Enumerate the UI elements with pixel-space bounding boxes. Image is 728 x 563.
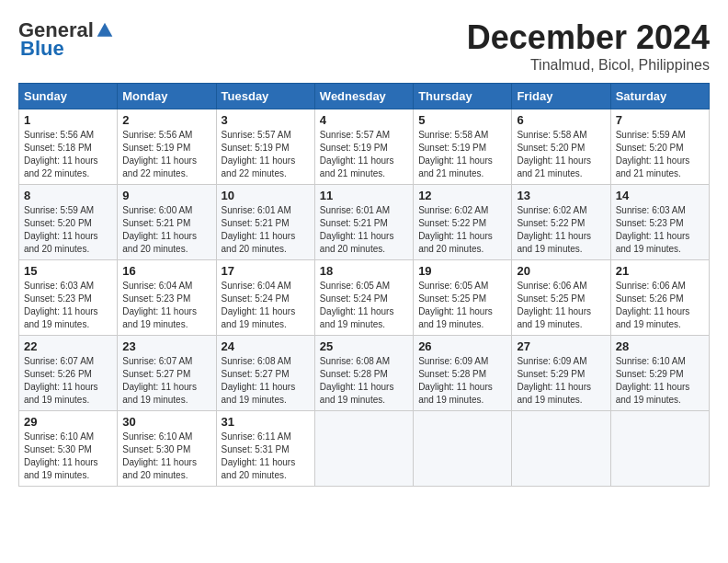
day-info: Sunrise: 5:58 AM Sunset: 5:20 PM Dayligh… (517, 130, 591, 178)
day-number: 30 (122, 415, 210, 429)
day-info: Sunrise: 6:09 AM Sunset: 5:29 PM Dayligh… (517, 356, 591, 405)
day-info: Sunrise: 6:01 AM Sunset: 5:21 PM Dayligh… (320, 205, 394, 254)
day-number: 15 (24, 264, 112, 278)
calendar-cell (314, 411, 413, 487)
calendar-week-row: 22Sunrise: 6:07 AM Sunset: 5:26 PM Dayli… (19, 336, 710, 411)
day-info: Sunrise: 6:09 AM Sunset: 5:28 PM Dayligh… (418, 356, 493, 405)
calendar-cell: 16Sunrise: 6:04 AM Sunset: 5:23 PM Dayli… (118, 260, 216, 336)
day-number: 21 (616, 264, 704, 278)
calendar-cell: 17Sunrise: 6:04 AM Sunset: 5:24 PM Dayli… (216, 260, 314, 336)
day-number: 18 (320, 264, 408, 278)
day-number: 6 (517, 113, 605, 127)
calendar-cell: 27Sunrise: 6:09 AM Sunset: 5:29 PM Dayli… (512, 336, 610, 411)
calendar-cell: 28Sunrise: 6:10 AM Sunset: 5:29 PM Dayli… (610, 336, 709, 411)
calendar-cell: 3Sunrise: 5:57 AM Sunset: 5:19 PM Daylig… (216, 109, 314, 185)
day-number: 25 (320, 339, 408, 353)
day-info: Sunrise: 5:59 AM Sunset: 5:20 PM Dayligh… (616, 130, 690, 178)
day-number: 13 (517, 189, 605, 202)
calendar-cell (414, 411, 512, 487)
calendar-cell: 13Sunrise: 6:02 AM Sunset: 5:22 PM Dayli… (512, 185, 610, 260)
weekday-header-friday: Friday (512, 84, 610, 109)
day-info: Sunrise: 6:06 AM Sunset: 5:26 PM Dayligh… (616, 281, 690, 329)
calendar-cell: 11Sunrise: 6:01 AM Sunset: 5:21 PM Dayli… (314, 185, 413, 260)
day-info: Sunrise: 5:56 AM Sunset: 5:18 PM Dayligh… (24, 130, 98, 178)
day-number: 23 (122, 339, 210, 353)
day-number: 31 (222, 415, 310, 429)
day-number: 17 (222, 264, 310, 278)
day-number: 11 (320, 189, 408, 202)
calendar-cell: 20Sunrise: 6:06 AM Sunset: 5:25 PM Dayli… (512, 260, 610, 336)
calendar-cell: 19Sunrise: 6:05 AM Sunset: 5:25 PM Dayli… (414, 260, 512, 336)
calendar-cell (610, 411, 709, 487)
day-info: Sunrise: 6:04 AM Sunset: 5:24 PM Dayligh… (222, 281, 296, 329)
day-number: 7 (616, 113, 704, 127)
day-number: 16 (122, 264, 210, 278)
day-number: 19 (418, 264, 506, 278)
day-number: 3 (222, 113, 310, 127)
calendar-cell: 2Sunrise: 5:56 AM Sunset: 5:19 PM Daylig… (118, 109, 216, 185)
calendar-cell: 26Sunrise: 6:09 AM Sunset: 5:28 PM Dayli… (414, 336, 512, 411)
day-info: Sunrise: 5:56 AM Sunset: 5:19 PM Dayligh… (122, 130, 197, 178)
day-info: Sunrise: 6:03 AM Sunset: 5:23 PM Dayligh… (616, 205, 690, 254)
calendar-cell (512, 411, 610, 487)
day-info: Sunrise: 6:10 AM Sunset: 5:30 PM Dayligh… (122, 431, 197, 480)
day-number: 26 (418, 339, 506, 353)
day-info: Sunrise: 6:00 AM Sunset: 5:21 PM Dayligh… (122, 205, 197, 254)
day-info: Sunrise: 5:58 AM Sunset: 5:19 PM Dayligh… (418, 130, 493, 178)
calendar-cell: 7Sunrise: 5:59 AM Sunset: 5:20 PM Daylig… (610, 109, 709, 185)
day-number: 12 (418, 189, 506, 202)
day-info: Sunrise: 6:02 AM Sunset: 5:22 PM Dayligh… (418, 205, 493, 254)
calendar-cell: 15Sunrise: 6:03 AM Sunset: 5:23 PM Dayli… (19, 260, 118, 336)
logo-icon (96, 21, 114, 40)
calendar-header: SundayMondayTuesdayWednesdayThursdayFrid… (19, 84, 710, 109)
day-number: 29 (24, 415, 112, 429)
calendar-cell: 22Sunrise: 6:07 AM Sunset: 5:26 PM Dayli… (19, 336, 118, 411)
location-title: Tinalmud, Bicol, Philippines (467, 57, 710, 74)
calendar-cell: 25Sunrise: 6:08 AM Sunset: 5:28 PM Dayli… (314, 336, 413, 411)
title-block: December 2024 Tinalmud, Bicol, Philippin… (467, 18, 710, 74)
weekday-header-tuesday: Tuesday (216, 84, 314, 109)
day-number: 1 (24, 113, 112, 127)
calendar-cell: 10Sunrise: 6:01 AM Sunset: 5:21 PM Dayli… (216, 185, 314, 260)
day-number: 4 (320, 113, 408, 127)
day-info: Sunrise: 5:59 AM Sunset: 5:20 PM Dayligh… (24, 205, 98, 254)
svg-marker-0 (97, 23, 113, 37)
day-number: 24 (222, 339, 310, 353)
calendar-cell: 4Sunrise: 5:57 AM Sunset: 5:19 PM Daylig… (314, 109, 413, 185)
calendar-cell: 5Sunrise: 5:58 AM Sunset: 5:19 PM Daylig… (414, 109, 512, 185)
day-number: 20 (517, 264, 605, 278)
day-number: 28 (616, 339, 704, 353)
calendar-cell: 6Sunrise: 5:58 AM Sunset: 5:20 PM Daylig… (512, 109, 610, 185)
weekday-header-sunday: Sunday (19, 84, 118, 109)
day-number: 9 (122, 189, 210, 202)
day-number: 22 (24, 339, 112, 353)
day-number: 27 (517, 339, 605, 353)
day-info: Sunrise: 5:57 AM Sunset: 5:19 PM Dayligh… (222, 130, 296, 178)
calendar-cell: 21Sunrise: 6:06 AM Sunset: 5:26 PM Dayli… (610, 260, 709, 336)
day-info: Sunrise: 5:57 AM Sunset: 5:19 PM Dayligh… (320, 130, 394, 178)
weekday-header-monday: Monday (118, 84, 216, 109)
weekday-header-thursday: Thursday (414, 84, 512, 109)
day-number: 14 (616, 189, 704, 202)
day-info: Sunrise: 6:05 AM Sunset: 5:24 PM Dayligh… (320, 281, 394, 329)
day-info: Sunrise: 6:05 AM Sunset: 5:25 PM Dayligh… (418, 281, 493, 329)
calendar-cell: 8Sunrise: 5:59 AM Sunset: 5:20 PM Daylig… (19, 185, 118, 260)
day-number: 8 (24, 189, 112, 202)
calendar-cell: 14Sunrise: 6:03 AM Sunset: 5:23 PM Dayli… (610, 185, 709, 260)
calendar-cell: 9Sunrise: 6:00 AM Sunset: 5:21 PM Daylig… (118, 185, 216, 260)
day-info: Sunrise: 6:10 AM Sunset: 5:30 PM Dayligh… (24, 431, 98, 480)
day-info: Sunrise: 6:03 AM Sunset: 5:23 PM Dayligh… (24, 281, 98, 329)
day-number: 2 (122, 113, 210, 127)
month-title: December 2024 (467, 18, 710, 57)
header: General Blue December 2024 Tinalmud, Bic… (18, 18, 710, 74)
calendar-week-row: 1Sunrise: 5:56 AM Sunset: 5:18 PM Daylig… (19, 109, 710, 185)
calendar-week-row: 29Sunrise: 6:10 AM Sunset: 5:30 PM Dayli… (19, 411, 710, 487)
calendar-week-row: 15Sunrise: 6:03 AM Sunset: 5:23 PM Dayli… (19, 260, 710, 336)
calendar-cell: 30Sunrise: 6:10 AM Sunset: 5:30 PM Dayli… (118, 411, 216, 487)
day-info: Sunrise: 6:08 AM Sunset: 5:28 PM Dayligh… (320, 356, 394, 405)
day-info: Sunrise: 6:11 AM Sunset: 5:31 PM Dayligh… (222, 431, 296, 480)
calendar-cell: 24Sunrise: 6:08 AM Sunset: 5:27 PM Dayli… (216, 336, 314, 411)
day-info: Sunrise: 6:06 AM Sunset: 5:25 PM Dayligh… (517, 281, 591, 329)
day-info: Sunrise: 6:01 AM Sunset: 5:21 PM Dayligh… (222, 205, 296, 254)
calendar-cell: 31Sunrise: 6:11 AM Sunset: 5:31 PM Dayli… (216, 411, 314, 487)
